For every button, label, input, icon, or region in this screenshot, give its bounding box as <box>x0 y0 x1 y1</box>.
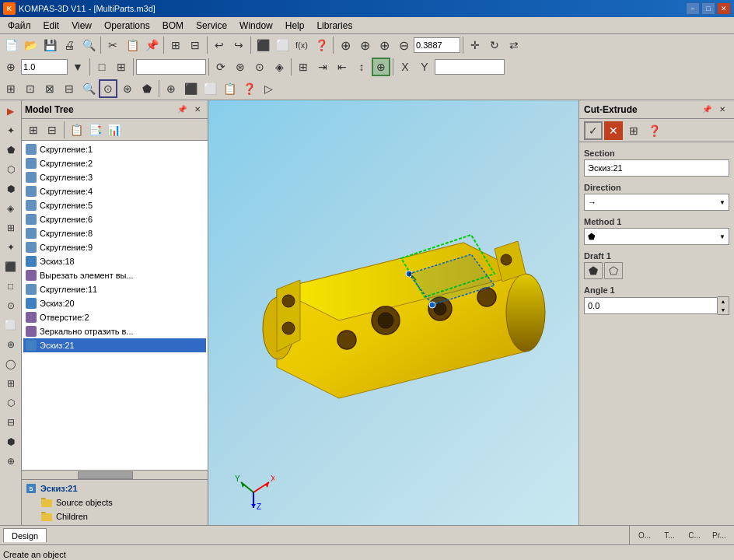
r3-btn7[interactable]: ⊛ <box>118 79 137 98</box>
fx-btn[interactable]: f(x) <box>292 36 311 54</box>
snap2-btn[interactable]: ⊟ <box>186 36 204 54</box>
r3-btn4[interactable]: ⊟ <box>60 79 79 98</box>
r2-btn11[interactable]: ⇤ <box>333 58 351 76</box>
bottom-btn-3[interactable]: C... <box>683 526 706 544</box>
r3-btn2[interactable]: ⊡ <box>21 79 40 98</box>
zoom-in-btn[interactable]: ⊕ <box>375 36 393 54</box>
r3-btn3[interactable]: ⊠ <box>40 79 59 98</box>
footer-selected-item[interactable]: S Эскиз:21 <box>25 481 204 495</box>
menu-help[interactable]: Help <box>279 19 311 33</box>
minimize-button[interactable]: − <box>686 2 700 15</box>
bottom-btn-1[interactable]: O... <box>633 526 656 544</box>
r2-btn7[interactable]: ⊙ <box>250 58 269 76</box>
viewport[interactable]: X Y Z ↖ <box>208 100 578 525</box>
open-btn[interactable]: 📂 <box>21 36 40 54</box>
sidebar-btn-13[interactable]: ⊛ <box>2 335 20 354</box>
tree-close-btn[interactable]: ✕ <box>190 103 204 117</box>
section-input[interactable] <box>584 159 729 177</box>
r3-btn9[interactable]: ⊕ <box>162 79 180 98</box>
view-btn[interactable]: ⬛ <box>253 36 272 54</box>
sidebar-btn-9[interactable]: ⬛ <box>2 257 20 276</box>
menu-libraries[interactable]: Libraries <box>310 19 358 33</box>
r3-btn1[interactable]: ⊞ <box>2 79 20 98</box>
rt-cancel-btn[interactable]: ✕ <box>604 121 623 140</box>
pan-btn[interactable]: ✛ <box>466 36 484 54</box>
r2-btn4[interactable]: ⊞ <box>112 58 131 76</box>
design-tab[interactable]: Design <box>3 528 47 542</box>
tree-item[interactable]: Эскиз:18 <box>23 254 206 268</box>
r3-btn10[interactable]: ⬛ <box>181 79 200 98</box>
angle1-input[interactable] <box>584 297 718 314</box>
cut-btn[interactable]: ✂ <box>103 36 122 54</box>
r3-btn8[interactable]: ⬟ <box>138 79 156 98</box>
menu-bom[interactable]: BOM <box>156 19 190 33</box>
menu-operations[interactable]: Operations <box>98 19 156 33</box>
undo-btn[interactable]: ↩ <box>210 36 229 54</box>
r3-btn5[interactable]: 🔍 <box>79 79 98 98</box>
zoom-input[interactable] <box>414 37 460 53</box>
sidebar-btn-15[interactable]: ⊞ <box>2 374 20 393</box>
panel-pin-btn[interactable]: 📌 <box>700 103 714 117</box>
tree-item[interactable]: Эскиз:20 <box>23 296 206 310</box>
tree-item[interactable]: Скругление:6 <box>23 212 206 226</box>
r2-btn14[interactable]: X <box>396 58 414 76</box>
menu-file[interactable]: Файл <box>2 19 37 33</box>
view2-btn[interactable]: ⬜ <box>273 36 292 54</box>
bottom-btn-4[interactable]: Pr... <box>708 526 731 544</box>
method1-dropdown[interactable]: ⬟ ▼ <box>584 228 729 245</box>
r2-btn3[interactable]: □ <box>93 58 111 76</box>
rt-accept-btn[interactable]: ✓ <box>584 121 603 140</box>
r3-btn13[interactable]: ❓ <box>239 79 258 98</box>
step-input[interactable] <box>21 59 68 75</box>
tree-item[interactable]: Скругление:9 <box>23 240 206 254</box>
r2-btn6[interactable]: ⊛ <box>231 58 250 76</box>
close-button[interactable]: ✕ <box>717 2 731 15</box>
tree-item[interactable]: Эскиз:21 <box>23 338 206 352</box>
sidebar-btn-18[interactable]: ⬢ <box>2 432 20 451</box>
new-btn[interactable]: 📄 <box>2 36 20 54</box>
panel-close-btn[interactable]: ✕ <box>715 103 729 117</box>
rt-view-btn[interactable]: ⊞ <box>624 121 643 140</box>
sidebar-btn-16[interactable]: ⬡ <box>2 394 20 412</box>
tree-item[interactable]: Скругление:5 <box>23 198 206 212</box>
tree-item[interactable]: Вырезать элемент вы... <box>23 268 206 282</box>
maximize-button[interactable]: □ <box>701 2 715 15</box>
sidebar-btn-7[interactable]: ⊞ <box>2 219 20 237</box>
tree-item[interactable]: Скругление:8 <box>23 226 206 240</box>
sidebar-btn-8[interactable]: ✦ <box>2 238 20 257</box>
print-preview-btn[interactable]: 🔍 <box>79 36 98 54</box>
sidebar-btn-11[interactable]: ⊙ <box>2 296 20 315</box>
rotate-btn[interactable]: ↻ <box>485 36 504 54</box>
draft1-btn2[interactable]: ⬠ <box>604 262 623 279</box>
sidebar-btn-10[interactable]: □ <box>2 277 20 296</box>
zoom-sel-btn[interactable]: ⊕ <box>355 36 374 54</box>
r2-btn13[interactable]: ⊕ <box>372 58 390 76</box>
copy-btn[interactable]: 📋 <box>123 36 142 54</box>
r2-btn5[interactable]: ⟳ <box>211 58 230 76</box>
tree-item[interactable]: Отверстие:2 <box>23 310 206 324</box>
sidebar-btn-1[interactable]: ▶ <box>2 102 20 121</box>
tree-tb-2[interactable]: ⊟ <box>44 121 61 138</box>
tree-item[interactable]: Скругление:2 <box>23 156 206 170</box>
r2-btn2[interactable]: ▼ <box>68 58 87 76</box>
rt-help-btn[interactable]: ❓ <box>645 121 663 140</box>
bottom-btn-2[interactable]: T... <box>658 526 681 544</box>
menu-view[interactable]: View <box>65 19 98 33</box>
sidebar-btn-2[interactable]: ✦ <box>2 121 20 140</box>
tree-item[interactable]: Скругление:4 <box>23 184 206 198</box>
coord-input[interactable] <box>136 59 206 75</box>
print-btn[interactable]: 🖨 <box>60 36 79 54</box>
menu-service[interactable]: Service <box>190 19 233 33</box>
r2-btn1[interactable]: ⊕ <box>2 58 20 76</box>
r3-btn6[interactable]: ⊙ <box>99 79 117 98</box>
coord2-input[interactable] <box>435 59 505 75</box>
tree-item[interactable]: Зеркально отразить в... <box>23 324 206 338</box>
tree-hscroll[interactable] <box>22 470 208 479</box>
snap-btn[interactable]: ⊞ <box>166 36 185 54</box>
redo-btn[interactable]: ↪ <box>229 36 248 54</box>
angle1-down[interactable]: ▼ <box>718 306 729 314</box>
r2-btn8[interactable]: ◈ <box>270 58 288 76</box>
tree-tb-1[interactable]: ⊞ <box>25 121 42 138</box>
r3-btn11[interactable]: ⬜ <box>201 79 219 98</box>
tree-item[interactable]: Скругление:3 <box>23 170 206 184</box>
